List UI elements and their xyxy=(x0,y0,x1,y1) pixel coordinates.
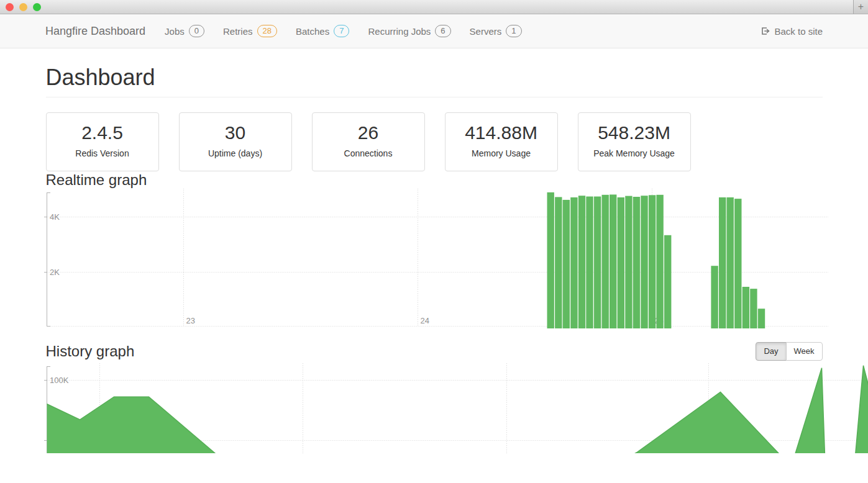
retries-count-badge: 28 xyxy=(257,25,277,37)
svg-text:24: 24 xyxy=(420,316,429,325)
nav-item-label: Retries xyxy=(223,26,253,37)
jobs-count-badge: 0 xyxy=(189,25,204,37)
history-chart-canvas: 100K50K xyxy=(43,363,868,453)
nav-item-servers[interactable]: Servers 1 xyxy=(460,25,531,37)
stat-value: 30 xyxy=(180,122,291,143)
plus-icon: + xyxy=(858,1,864,12)
page-title: Dashboard xyxy=(46,65,823,91)
stat-value: 548.23M xyxy=(578,122,690,143)
servers-count-badge: 1 xyxy=(506,25,521,37)
history-graph: 100K50K xyxy=(46,363,823,453)
stat-label: Memory Usage xyxy=(445,148,557,158)
nav-item-label: Jobs xyxy=(165,26,185,37)
stat-label: Uptime (days) xyxy=(180,148,291,158)
nav-item-batches[interactable]: Batches 7 xyxy=(286,25,359,37)
svg-text:100K: 100K xyxy=(50,376,69,385)
nav-item-retries[interactable]: Retries 28 xyxy=(214,25,286,37)
nav-item-label: Recurring Jobs xyxy=(368,26,431,37)
week-button[interactable]: Week xyxy=(786,342,823,361)
nav-item-jobs[interactable]: Jobs 0 xyxy=(155,25,214,37)
nav-item-label: Servers xyxy=(470,26,502,37)
window-controls xyxy=(6,3,41,11)
minimize-button[interactable] xyxy=(19,3,27,11)
back-to-site-link[interactable]: Back to site xyxy=(761,26,823,37)
stat-label: Redis Version xyxy=(47,148,158,158)
new-tab-button[interactable]: + xyxy=(853,0,868,14)
zoom-button[interactable] xyxy=(33,3,41,11)
batches-count-badge: 7 xyxy=(334,25,349,37)
nav-item-label: Batches xyxy=(296,26,329,37)
stat-card-memory-usage: 414.88M Memory Usage xyxy=(445,112,558,171)
svg-text:4K: 4K xyxy=(50,212,60,222)
realtime-graph: 4K2K232425 xyxy=(46,189,823,328)
stat-card-uptime: 30 Uptime (days) xyxy=(179,112,292,171)
stat-value: 2.4.5 xyxy=(47,122,158,143)
recurring-jobs-count-badge: 6 xyxy=(435,25,450,37)
history-graph-header: History graph Day Week xyxy=(46,342,823,361)
stat-card-redis-version: 2.4.5 Redis Version xyxy=(46,112,159,171)
stat-label: Peak Memory Usage xyxy=(578,148,690,158)
stat-value: 414.88M xyxy=(445,122,557,143)
svg-text:23: 23 xyxy=(186,316,194,325)
exit-icon xyxy=(761,26,770,36)
realtime-chart-canvas: 4K2K232425 xyxy=(43,189,828,328)
main-nav: Jobs 0 Retries 28 Batches 7 Recurring Jo… xyxy=(155,25,531,37)
stat-card-connections: 26 Connections xyxy=(312,112,425,171)
day-button[interactable]: Day xyxy=(756,342,786,361)
realtime-graph-title: Realtime graph xyxy=(46,171,823,189)
history-period-toggle: Day Week xyxy=(756,342,822,361)
svg-text:2K: 2K xyxy=(50,268,60,277)
page-content: Dashboard 2.4.5 Redis Version 30 Uptime … xyxy=(46,65,823,453)
close-button[interactable] xyxy=(6,3,14,11)
stat-value: 26 xyxy=(313,122,424,143)
history-graph-title: History graph xyxy=(46,343,135,360)
stat-label: Connections xyxy=(313,148,424,158)
back-to-site-label: Back to site xyxy=(774,26,823,37)
navbar: Hangfire Dashboard Jobs 0 Retries 28 Bat… xyxy=(0,14,868,48)
nav-item-recurring-jobs[interactable]: Recurring Jobs 6 xyxy=(359,25,460,37)
stat-card-peak-memory-usage: 548.23M Peak Memory Usage xyxy=(578,112,691,171)
window-titlebar: + xyxy=(0,0,868,14)
title-divider xyxy=(46,97,823,97)
stats-row: 2.4.5 Redis Version 30 Uptime (days) 26 … xyxy=(46,112,823,171)
brand-link[interactable]: Hangfire Dashboard xyxy=(45,25,145,38)
